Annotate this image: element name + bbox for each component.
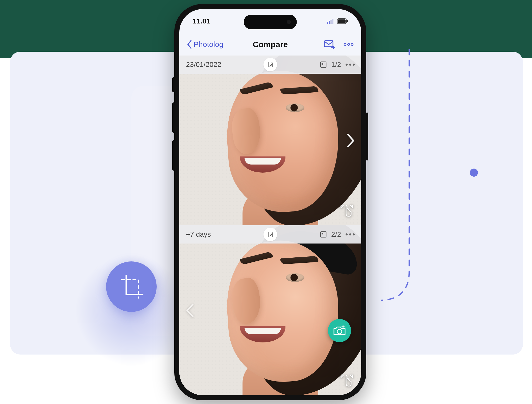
- pinch-zoom-icon: [339, 203, 355, 219]
- svg-point-9: [348, 43, 350, 45]
- camera-plus-icon: [333, 325, 346, 336]
- next-photo-button[interactable]: [346, 132, 356, 149]
- edit-note-button[interactable]: [263, 228, 277, 241]
- chevron-right-icon: [346, 133, 355, 148]
- image-count-icon: [320, 231, 327, 238]
- svg-point-10: [351, 43, 353, 45]
- add-photo-button[interactable]: [328, 319, 351, 342]
- pane-more-button[interactable]: [346, 64, 355, 66]
- signal-icon: [327, 19, 334, 24]
- prev-photo-button[interactable]: [185, 302, 195, 319]
- phone-device-frame: 11.01 Photolo: [174, 4, 366, 400]
- pane-counter: 1/2: [331, 61, 341, 69]
- pinch-zoom-icon: [339, 373, 355, 389]
- svg-rect-7: [324, 41, 333, 47]
- svg-rect-14: [322, 233, 323, 234]
- pane-header: +7 days 2/2: [179, 225, 361, 244]
- phone-volume-down-button: [172, 140, 175, 171]
- svg-rect-2: [330, 20, 332, 24]
- svg-rect-1: [329, 21, 330, 24]
- status-time: 11.01: [192, 17, 210, 25]
- pane-counter: 2/2: [331, 230, 341, 238]
- phone-side-button: [172, 77, 175, 92]
- back-label: Photolog: [194, 40, 223, 49]
- more-options-icon[interactable]: [344, 43, 354, 46]
- svg-rect-0: [327, 22, 328, 24]
- pinch-zoom-hint: [339, 373, 355, 389]
- nav-bar: Photolog Compare: [179, 33, 361, 56]
- svg-rect-3: [332, 19, 333, 24]
- edit-note-icon: [267, 61, 274, 68]
- svg-rect-5: [347, 20, 348, 22]
- page-title: Compare: [253, 40, 288, 49]
- phone-notch: [244, 15, 297, 29]
- svg-point-15: [337, 329, 342, 334]
- share-mail-icon[interactable]: [324, 40, 335, 49]
- back-button[interactable]: Photolog: [187, 40, 223, 49]
- phone-volume-up-button: [172, 102, 175, 133]
- image-count-icon: [320, 61, 327, 68]
- crop-icon: [117, 273, 145, 301]
- chevron-left-icon: [186, 303, 194, 318]
- svg-rect-6: [338, 19, 346, 23]
- chevron-left-icon: [187, 40, 192, 49]
- compare-pane-after: +7 days 2/2: [179, 225, 361, 395]
- phone-screen: 11.01 Photolo: [179, 9, 361, 395]
- pane-more-button[interactable]: [346, 233, 355, 235]
- battery-icon: [337, 18, 348, 24]
- compare-panes: 23/01/2022 1/2: [179, 56, 361, 395]
- pinch-zoom-hint: [339, 203, 355, 219]
- pane-date-label: +7 days: [186, 230, 211, 238]
- decorative-dot: [470, 169, 478, 177]
- photo-after[interactable]: [179, 225, 361, 395]
- pane-header: 23/01/2022 1/2: [179, 56, 361, 74]
- photo-before[interactable]: [179, 56, 361, 225]
- compare-pane-before: 23/01/2022 1/2: [179, 56, 361, 225]
- crop-badge: [106, 261, 157, 312]
- edit-note-button[interactable]: [263, 58, 277, 71]
- svg-rect-12: [322, 63, 323, 65]
- edit-note-icon: [267, 231, 274, 238]
- svg-point-8: [344, 43, 346, 45]
- phone-power-button: [366, 113, 368, 160]
- pane-date-label: 23/01/2022: [186, 61, 221, 69]
